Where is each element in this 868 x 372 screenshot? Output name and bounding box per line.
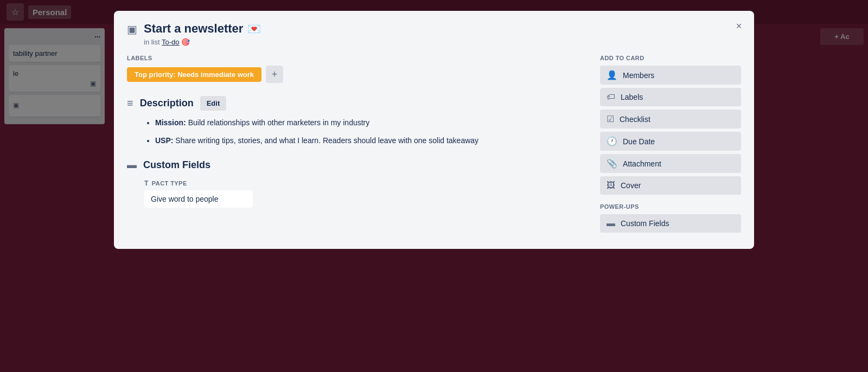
modal-body: Labels Top priority: Needs immediate wor… (114, 46, 754, 249)
labels-button[interactable]: 🏷 Labels (600, 88, 741, 106)
due-date-button[interactable]: 🕐 Due Date (600, 132, 741, 151)
labels-row: Top priority: Needs immediate work + (127, 66, 587, 83)
custom-fields-section: ▬ Custom Fields T PACT TYPE Give word to… (127, 159, 587, 208)
modal-header-content: Start a newsletter 💌 in list To-do 🎯 (144, 22, 741, 46)
cf-field-label-text: PACT TYPE (152, 180, 187, 187)
add-label-button[interactable]: + (266, 66, 283, 83)
description-list: Mission: Build relationships with other … (144, 117, 587, 146)
attachment-icon: 📎 (607, 158, 617, 169)
custom-fields-power-up-icon: ▬ (607, 219, 615, 228)
custom-fields-icon: ▬ (127, 159, 137, 171)
list-link[interactable]: To-do (162, 38, 180, 46)
add-to-card-title: ADD TO CARD (600, 55, 741, 61)
edit-description-button[interactable]: Edit (200, 96, 227, 111)
due-date-icon: 🕐 (607, 136, 617, 146)
cover-icon: 🖼 (607, 181, 615, 190)
labels-heading: Labels (127, 55, 587, 61)
card-icon: ▣ (127, 23, 137, 36)
cf-field-type-icon: T (144, 179, 149, 187)
desc-item-2-text: Share writing tips, stories, and what I … (173, 136, 478, 145)
checklist-icon: ☑ (607, 114, 614, 124)
cover-label: Cover (621, 181, 641, 190)
attachment-label: Attachment (623, 159, 661, 168)
description-title: Description (140, 98, 194, 109)
labels-icon: 🏷 (607, 92, 615, 102)
desc-item-1-text: Build relationships with other marketers… (186, 118, 369, 127)
desc-header: ≡ Description Edit (127, 96, 587, 111)
cf-field-label: T PACT TYPE (144, 179, 587, 187)
close-button[interactable]: × (730, 17, 748, 35)
description-section: ≡ Description Edit Mission: Build relati… (127, 96, 587, 146)
desc-item-1-bold: Mission: (155, 118, 186, 127)
desc-item-1: Mission: Build relationships with other … (155, 117, 587, 129)
cf-field: T PACT TYPE Give word to people (127, 179, 587, 208)
custom-fields-power-up-button[interactable]: ▬ Custom Fields (600, 214, 741, 233)
due-date-label: Due Date (623, 137, 655, 146)
title-emoji: 💌 (247, 22, 261, 35)
cf-header: ▬ Custom Fields (127, 159, 587, 171)
modal-header: ▣ Start a newsletter 💌 in list To-do 🎯 × (114, 11, 754, 46)
checklist-button[interactable]: ☑ Checklist (600, 110, 741, 129)
subtitle-emoji: 🎯 (181, 38, 190, 46)
label-badge[interactable]: Top priority: Needs immediate work (127, 67, 261, 82)
power-ups-title: POWER-UPS (600, 203, 741, 210)
modal-title-text: Start a newsletter (144, 22, 243, 36)
cover-button[interactable]: 🖼 Cover (600, 176, 741, 195)
description-icon: ≡ (127, 97, 133, 110)
members-label: Members (623, 71, 654, 80)
cf-field-value[interactable]: Give word to people (144, 190, 253, 208)
modal-overlay: ▣ Start a newsletter 💌 in list To-do 🎯 × (0, 0, 868, 372)
subtitle-prefix: in list (144, 38, 160, 46)
custom-fields-title: Custom Fields (143, 159, 210, 171)
members-icon: 👤 (607, 70, 617, 80)
labels-section: Labels Top priority: Needs immediate wor… (127, 55, 587, 83)
desc-item-2-bold: USP: (155, 136, 173, 145)
modal: ▣ Start a newsletter 💌 in list To-do 🎯 × (114, 11, 754, 249)
attachment-button[interactable]: 📎 Attachment (600, 154, 741, 173)
checklist-label: Checklist (620, 115, 650, 124)
modal-sidebar: ADD TO CARD 👤 Members 🏷 Labels ☑ Checkli… (600, 55, 741, 236)
modal-main: Labels Top priority: Needs immediate wor… (127, 55, 587, 236)
desc-item-2: USP: Share writing tips, stories, and wh… (155, 135, 587, 146)
labels-label: Labels (621, 93, 643, 101)
modal-title: Start a newsletter 💌 (144, 22, 741, 36)
members-button[interactable]: 👤 Members (600, 66, 741, 85)
desc-content: Mission: Build relationships with other … (127, 117, 587, 146)
modal-subtitle: in list To-do 🎯 (144, 38, 741, 46)
custom-fields-power-up-label: Custom Fields (621, 219, 669, 228)
